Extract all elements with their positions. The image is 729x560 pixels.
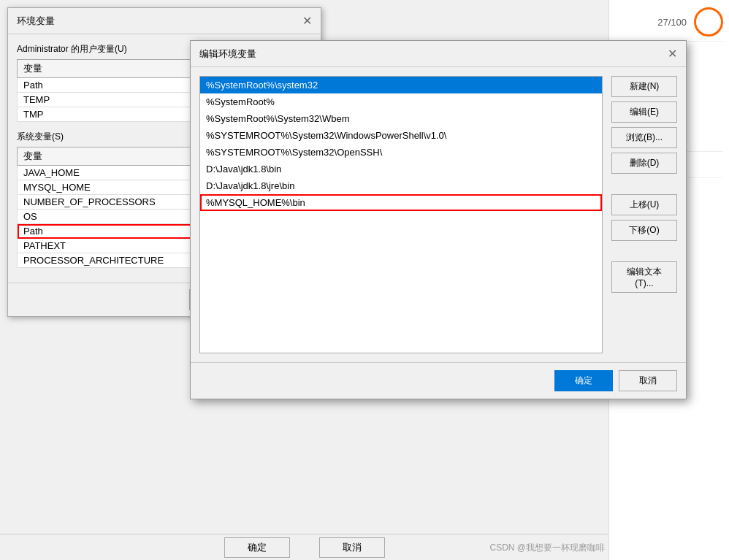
edit-dialog-titlebar: 编辑环境变量 ✕ bbox=[191, 41, 686, 67]
env-dialog-titlebar: 环境变量 ✕ bbox=[8, 8, 321, 34]
user-col-var: 变量 bbox=[18, 60, 206, 78]
path-list-item[interactable]: %SYSTEMROOT%\System32\OpenSSH\ bbox=[200, 144, 602, 161]
edit-button[interactable]: 编辑(E) bbox=[611, 101, 677, 123]
edit-ok-button[interactable]: 确定 bbox=[554, 370, 613, 391]
edit-dialog-close-icon[interactable]: ✕ bbox=[668, 47, 677, 61]
csdn-credit: CSDN @我想要一杯现磨咖啡 bbox=[489, 542, 605, 554]
move-down-button[interactable]: 下移(O) bbox=[611, 220, 677, 241]
path-list-item[interactable]: %SystemRoot%\system32 bbox=[200, 77, 602, 93]
delete-button[interactable]: 删除(D) bbox=[611, 153, 677, 174]
edit-text-button[interactable]: 编辑文本(T)... bbox=[611, 261, 677, 293]
bottom-ok-button[interactable]: 确定 bbox=[224, 537, 290, 558]
edit-dialog-title: 编辑环境变量 bbox=[199, 47, 256, 61]
bottom-cancel-button[interactable]: 取消 bbox=[319, 537, 385, 558]
edit-dialog-footer: 确定 取消 bbox=[191, 362, 686, 399]
var-name: Path bbox=[18, 78, 206, 93]
env-dialog-title: 环境变量 bbox=[17, 15, 55, 28]
path-list-item[interactable]: %SYSTEMROOT%\System32\WindowsPowerShell\… bbox=[200, 127, 602, 144]
edit-env-dialog: 编辑环境变量 ✕ %SystemRoot%\system32%SystemRoo… bbox=[190, 40, 687, 399]
path-list-item[interactable]: %SystemRoot%\System32\Wbem bbox=[200, 110, 602, 127]
var-name: TEMP bbox=[18, 93, 206, 107]
new-button[interactable]: 新建(N) bbox=[611, 76, 677, 97]
move-up-button[interactable]: 上移(U) bbox=[611, 194, 677, 215]
path-list[interactable]: %SystemRoot%\system32%SystemRoot%%System… bbox=[199, 76, 603, 353]
path-list-item[interactable]: %MYSQL_HOME%\bin bbox=[200, 194, 602, 211]
counter-label: 27/100 bbox=[657, 17, 687, 28]
var-name: TMP bbox=[18, 107, 206, 122]
env-dialog-close-icon[interactable]: ✕ bbox=[302, 14, 312, 28]
browse-button[interactable]: 浏览(B)... bbox=[611, 127, 677, 148]
progress-circle bbox=[694, 7, 723, 37]
edit-dialog-body: %SystemRoot%\system32%SystemRoot%%System… bbox=[191, 67, 686, 362]
path-list-item[interactable]: D:\Java\jdk1.8\bin bbox=[200, 161, 602, 177]
edit-dialog-buttons: 新建(N) 编辑(E) 浏览(B)... 删除(D) 上移(U) 下移(O) 编… bbox=[611, 76, 677, 353]
path-list-item[interactable]: D:\Java\jdk1.8\jre\bin bbox=[200, 177, 602, 194]
path-list-item[interactable]: %SystemRoot% bbox=[200, 93, 602, 110]
edit-cancel-button[interactable]: 取消 bbox=[619, 370, 677, 391]
